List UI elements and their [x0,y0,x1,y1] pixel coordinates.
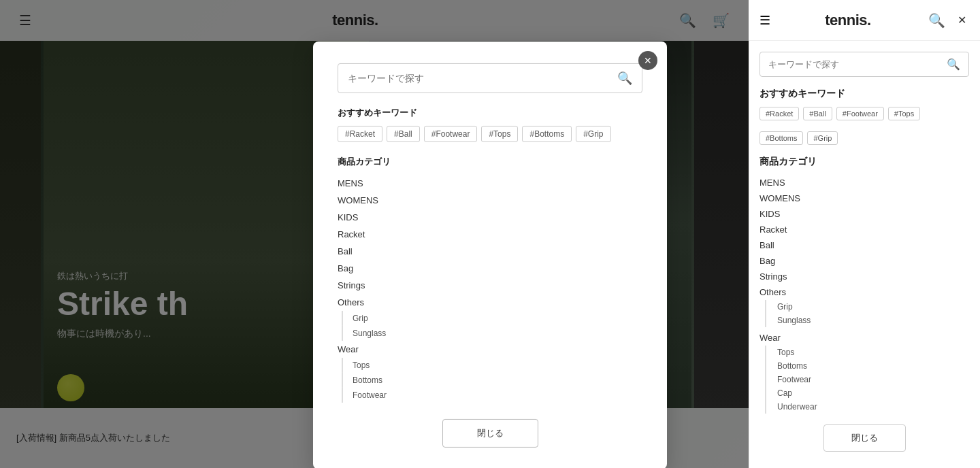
modal-cat-kids[interactable]: KIDS [338,209,642,226]
right-cat-wear[interactable]: Wear [760,330,969,346]
modal-close-bottom-button[interactable]: 閉じる [442,419,538,448]
right-kw-tops[interactable]: #Tops [888,107,920,120]
right-cat-womens[interactable]: WOMENS [760,190,969,206]
right-panel: ☰ tennis. 🔍 ✕ 🔍 おすすめキーワード #Racket #Ball … [749,0,980,468]
modal-cat-ball[interactable]: Ball [338,243,642,260]
right-cat-kids[interactable]: KIDS [760,206,969,222]
close-icon-right: ✕ [958,14,966,26]
modal-keyword-racket[interactable]: #Racket [338,126,382,142]
modal-cat-womens[interactable]: WOMENS [338,192,642,209]
modal-sub-bottoms[interactable]: Bottoms [342,373,642,388]
modal-cat-strings[interactable]: Strings [338,277,642,294]
right-sub-bottoms[interactable]: Bottoms [765,359,969,373]
right-cat-others[interactable]: Others [760,284,969,300]
right-cat-racket[interactable]: Racket [760,222,969,237]
right-cat-strings[interactable]: Strings [760,269,969,284]
modal-close-button[interactable]: ✕ [638,51,657,70]
modal-search-icon: 🔍 [617,71,632,86]
search-icon-right: 🔍 [928,13,945,28]
right-search-input[interactable] [768,59,947,69]
right-sub-grip[interactable]: Grip [765,300,969,314]
right-recommended-title: おすすめキーワード [760,88,969,100]
right-cat-ball[interactable]: Ball [760,237,969,253]
modal-keyword-grip[interactable]: #Grip [576,126,610,142]
modal-keyword-bottoms[interactable]: #Bottoms [522,126,572,142]
hamburger-icon-right[interactable]: ☰ [760,13,770,28]
right-kw-racket[interactable]: #Racket [760,107,799,120]
right-panel-content: 🔍 おすすめキーワード #Racket #Ball #Footwear #Top… [749,41,980,468]
modal-close-icon: ✕ [644,55,652,66]
right-kw-ball[interactable]: #Ball [803,107,832,120]
modal-search-box: 🔍 [338,63,642,93]
right-category-title: 商品カテゴリ [760,156,969,168]
right-close-button[interactable]: 閉じる [823,424,906,452]
right-cat-bag[interactable]: Bag [760,253,969,269]
right-sub-sunglass[interactable]: Sunglass [765,314,969,327]
right-sub-footwear[interactable]: Footwear [765,373,969,386]
search-button-right[interactable]: 🔍 [926,10,948,31]
modal-col-left: おすすめキーワード #Racket #Ball #Footwear #Tops … [338,107,642,403]
right-sub-tops[interactable]: Tops [765,346,969,359]
search-modal: ✕ 🔍 おすすめキーワード #Racket #Ball #Footwear #T… [313,41,667,468]
right-kw-grip[interactable]: #Grip [807,131,838,145]
header-right-icons: 🔍 ✕ [926,10,969,31]
right-kw-bottoms[interactable]: #Bottoms [760,131,803,145]
right-search-box: 🔍 [760,52,969,77]
modal-cat-racket[interactable]: Racket [338,226,642,243]
modal-cat-bag[interactable]: Bag [338,260,642,277]
modal-cat-wear[interactable]: Wear [338,341,642,358]
logo-right: tennis. [825,12,870,29]
right-keywords: #Racket #Ball #Footwear #Tops [760,107,969,120]
modal-columns: おすすめキーワード #Racket #Ball #Footwear #Tops … [338,107,642,403]
right-sub-cap[interactable]: Cap [765,386,969,400]
right-search-icon: 🔍 [947,58,960,71]
right-cat-mens[interactable]: MENS [760,175,969,190]
right-sub-underwear[interactable]: Underwear [765,400,969,414]
modal-sub-tops[interactable]: Tops [342,358,642,373]
modal-keyword-footwear[interactable]: #Footwear [424,126,478,142]
modal-category-title: 商品カテゴリ [338,156,642,168]
modal-keyword-tops[interactable]: #Tops [481,126,518,142]
right-keywords-2: #Bottoms #Grip [760,131,969,145]
modal-sub-grip[interactable]: Grip [342,311,642,326]
modal-recommended-title: おすすめキーワード [338,107,642,119]
modal-cat-others[interactable]: Others [338,294,642,311]
modal-sub-footwear[interactable]: Footwear [342,388,642,403]
header-right: ☰ tennis. 🔍 ✕ [749,0,980,41]
modal-sub-sunglass[interactable]: Sunglass [342,326,642,341]
right-kw-footwear[interactable]: #Footwear [836,107,884,120]
modal-category-list: MENS WOMENS KIDS Racket Ball Bag Strings… [338,175,642,403]
modal-keyword-ball[interactable]: #Ball [387,126,420,142]
modal-search-input[interactable] [348,73,617,84]
close-button-right[interactable]: ✕ [955,11,969,29]
modal-cat-mens[interactable]: MENS [338,175,642,192]
modal-keywords: #Racket #Ball #Footwear #Tops #Bottoms #… [338,126,642,142]
